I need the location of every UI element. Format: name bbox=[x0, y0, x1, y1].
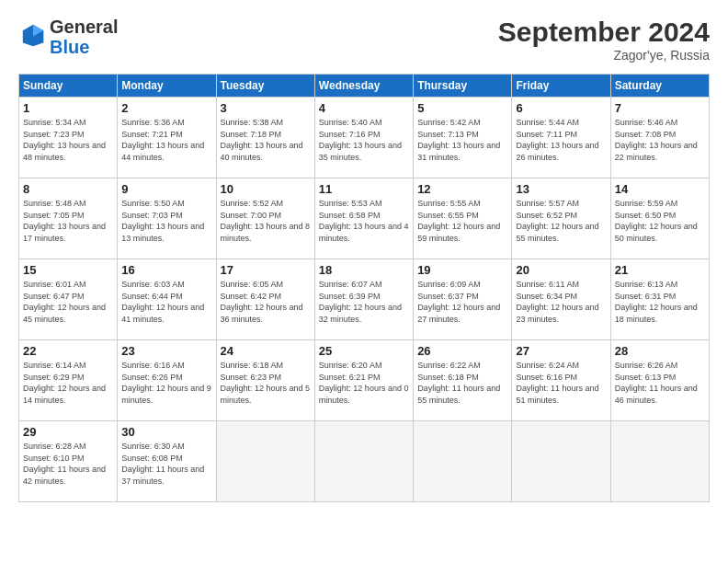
calendar-week-row: 8 Sunrise: 5:48 AMSunset: 7:05 PMDayligh… bbox=[19, 178, 710, 259]
table-row: 5 Sunrise: 5:42 AMSunset: 7:13 PMDayligh… bbox=[414, 98, 512, 178]
table-row: 18 Sunrise: 6:07 AMSunset: 6:39 PMDaylig… bbox=[314, 259, 413, 340]
table-row: 30 Sunrise: 6:30 AMSunset: 6:08 PMDaylig… bbox=[118, 421, 216, 502]
header-tuesday: Tuesday bbox=[216, 75, 314, 98]
table-row bbox=[512, 421, 610, 502]
logo: General Blue bbox=[18, 17, 118, 57]
cell-info: Sunrise: 6:28 AMSunset: 6:10 PMDaylight:… bbox=[23, 441, 113, 487]
day-number: 12 bbox=[417, 182, 507, 196]
cell-info: Sunrise: 5:34 AMSunset: 7:23 PMDaylight:… bbox=[23, 117, 113, 163]
table-row: 29 Sunrise: 6:28 AMSunset: 6:10 PMDaylig… bbox=[19, 421, 118, 502]
header-thursday: Thursday bbox=[414, 75, 512, 98]
day-number: 17 bbox=[221, 263, 311, 277]
day-number: 29 bbox=[23, 425, 113, 439]
calendar-week-row: 15 Sunrise: 6:01 AMSunset: 6:47 PMDaylig… bbox=[19, 259, 710, 340]
table-row: 27 Sunrise: 6:24 AMSunset: 6:16 PMDaylig… bbox=[512, 340, 610, 421]
table-row bbox=[610, 421, 709, 502]
cell-info: Sunrise: 5:42 AMSunset: 7:13 PMDaylight:… bbox=[417, 117, 507, 163]
table-row bbox=[414, 421, 512, 502]
logo-blue-text: Blue bbox=[50, 37, 89, 57]
table-row: 26 Sunrise: 6:22 AMSunset: 6:18 PMDaylig… bbox=[414, 340, 512, 421]
page: General Blue September 2024 Zagor'ye, Ru… bbox=[0, 0, 728, 563]
day-number: 5 bbox=[417, 101, 507, 115]
cell-info: Sunrise: 6:20 AMSunset: 6:21 PMDaylight:… bbox=[319, 360, 409, 406]
calendar-week-row: 22 Sunrise: 6:14 AMSunset: 6:29 PMDaylig… bbox=[19, 340, 710, 421]
cell-info: Sunrise: 6:07 AMSunset: 6:39 PMDaylight:… bbox=[319, 279, 409, 325]
day-number: 1 bbox=[23, 101, 113, 115]
table-row: 23 Sunrise: 6:16 AMSunset: 6:26 PMDaylig… bbox=[118, 340, 216, 421]
cell-info: Sunrise: 6:26 AMSunset: 6:13 PMDaylight:… bbox=[615, 360, 705, 406]
table-row: 10 Sunrise: 5:52 AMSunset: 7:00 PMDaylig… bbox=[216, 178, 314, 259]
day-number: 6 bbox=[516, 101, 606, 115]
cell-info: Sunrise: 6:13 AMSunset: 6:31 PMDaylight:… bbox=[615, 279, 705, 325]
table-row: 21 Sunrise: 6:13 AMSunset: 6:31 PMDaylig… bbox=[610, 259, 709, 340]
day-number: 11 bbox=[319, 182, 409, 196]
table-row: 7 Sunrise: 5:46 AMSunset: 7:08 PMDayligh… bbox=[610, 98, 709, 178]
logo-icon bbox=[20, 22, 46, 48]
cell-info: Sunrise: 6:16 AMSunset: 6:26 PMDaylight:… bbox=[121, 360, 211, 406]
table-row: 19 Sunrise: 6:09 AMSunset: 6:37 PMDaylig… bbox=[414, 259, 512, 340]
day-number: 16 bbox=[121, 263, 211, 277]
table-row: 16 Sunrise: 6:03 AMSunset: 6:44 PMDaylig… bbox=[118, 259, 216, 340]
cell-info: Sunrise: 6:24 AMSunset: 6:16 PMDaylight:… bbox=[516, 360, 606, 406]
day-number: 20 bbox=[516, 263, 606, 277]
table-row bbox=[314, 421, 413, 502]
table-row: 3 Sunrise: 5:38 AMSunset: 7:18 PMDayligh… bbox=[216, 98, 314, 178]
day-number: 26 bbox=[417, 344, 507, 358]
day-number: 14 bbox=[615, 182, 705, 196]
cell-info: Sunrise: 6:03 AMSunset: 6:44 PMDaylight:… bbox=[121, 279, 211, 325]
calendar: Sunday Monday Tuesday Wednesday Thursday… bbox=[18, 74, 710, 502]
cell-info: Sunrise: 6:18 AMSunset: 6:23 PMDaylight:… bbox=[221, 360, 311, 406]
title-block: September 2024 Zagor'ye, Russia bbox=[498, 17, 710, 63]
cell-info: Sunrise: 6:22 AMSunset: 6:18 PMDaylight:… bbox=[417, 360, 507, 406]
day-number: 27 bbox=[516, 344, 606, 358]
table-row bbox=[216, 421, 314, 502]
table-row: 12 Sunrise: 5:55 AMSunset: 6:55 PMDaylig… bbox=[414, 178, 512, 259]
header-wednesday: Wednesday bbox=[314, 75, 413, 98]
day-number: 13 bbox=[516, 182, 606, 196]
day-number: 2 bbox=[121, 101, 211, 115]
day-number: 9 bbox=[121, 182, 211, 196]
cell-info: Sunrise: 5:36 AMSunset: 7:21 PMDaylight:… bbox=[121, 117, 211, 163]
logo-general-text: General bbox=[50, 17, 118, 37]
cell-info: Sunrise: 6:11 AMSunset: 6:34 PMDaylight:… bbox=[516, 279, 606, 325]
cell-info: Sunrise: 5:57 AMSunset: 6:52 PMDaylight:… bbox=[516, 198, 606, 244]
table-row: 28 Sunrise: 6:26 AMSunset: 6:13 PMDaylig… bbox=[610, 340, 709, 421]
table-row: 13 Sunrise: 5:57 AMSunset: 6:52 PMDaylig… bbox=[512, 178, 610, 259]
day-number: 3 bbox=[221, 101, 311, 115]
table-row: 22 Sunrise: 6:14 AMSunset: 6:29 PMDaylig… bbox=[19, 340, 118, 421]
calendar-week-row: 1 Sunrise: 5:34 AMSunset: 7:23 PMDayligh… bbox=[19, 98, 710, 178]
day-number: 23 bbox=[121, 344, 211, 358]
header-monday: Monday bbox=[118, 75, 216, 98]
cell-info: Sunrise: 5:50 AMSunset: 7:03 PMDaylight:… bbox=[121, 198, 211, 244]
table-row: 4 Sunrise: 5:40 AMSunset: 7:16 PMDayligh… bbox=[314, 98, 413, 178]
cell-info: Sunrise: 6:01 AMSunset: 6:47 PMDaylight:… bbox=[23, 279, 113, 325]
header-friday: Friday bbox=[512, 75, 610, 98]
cell-info: Sunrise: 5:46 AMSunset: 7:08 PMDaylight:… bbox=[615, 117, 705, 163]
day-number: 7 bbox=[615, 101, 705, 115]
day-number: 8 bbox=[23, 182, 113, 196]
header: General Blue September 2024 Zagor'ye, Ru… bbox=[18, 17, 710, 63]
cell-info: Sunrise: 5:52 AMSunset: 7:00 PMDaylight:… bbox=[221, 198, 311, 244]
table-row: 14 Sunrise: 5:59 AMSunset: 6:50 PMDaylig… bbox=[610, 178, 709, 259]
table-row: 8 Sunrise: 5:48 AMSunset: 7:05 PMDayligh… bbox=[19, 178, 118, 259]
table-row: 15 Sunrise: 6:01 AMSunset: 6:47 PMDaylig… bbox=[19, 259, 118, 340]
day-number: 18 bbox=[319, 263, 409, 277]
day-number: 30 bbox=[121, 425, 211, 439]
table-row: 24 Sunrise: 6:18 AMSunset: 6:23 PMDaylig… bbox=[216, 340, 314, 421]
table-row: 6 Sunrise: 5:44 AMSunset: 7:11 PMDayligh… bbox=[512, 98, 610, 178]
cell-info: Sunrise: 5:40 AMSunset: 7:16 PMDaylight:… bbox=[319, 117, 409, 163]
day-number: 21 bbox=[615, 263, 705, 277]
table-row: 25 Sunrise: 6:20 AMSunset: 6:21 PMDaylig… bbox=[314, 340, 413, 421]
day-number: 4 bbox=[319, 101, 409, 115]
day-number: 10 bbox=[221, 182, 311, 196]
cell-info: Sunrise: 5:48 AMSunset: 7:05 PMDaylight:… bbox=[23, 198, 113, 244]
cell-info: Sunrise: 5:55 AMSunset: 6:55 PMDaylight:… bbox=[417, 198, 507, 244]
cell-info: Sunrise: 5:44 AMSunset: 7:11 PMDaylight:… bbox=[516, 117, 606, 163]
cell-info: Sunrise: 6:05 AMSunset: 6:42 PMDaylight:… bbox=[221, 279, 311, 325]
cell-info: Sunrise: 5:38 AMSunset: 7:18 PMDaylight:… bbox=[221, 117, 311, 163]
cell-info: Sunrise: 6:09 AMSunset: 6:37 PMDaylight:… bbox=[417, 279, 507, 325]
table-row: 11 Sunrise: 5:53 AMSunset: 6:58 PMDaylig… bbox=[314, 178, 413, 259]
location: Zagor'ye, Russia bbox=[498, 48, 710, 63]
table-row: 9 Sunrise: 5:50 AMSunset: 7:03 PMDayligh… bbox=[118, 178, 216, 259]
table-row: 2 Sunrise: 5:36 AMSunset: 7:21 PMDayligh… bbox=[118, 98, 216, 178]
